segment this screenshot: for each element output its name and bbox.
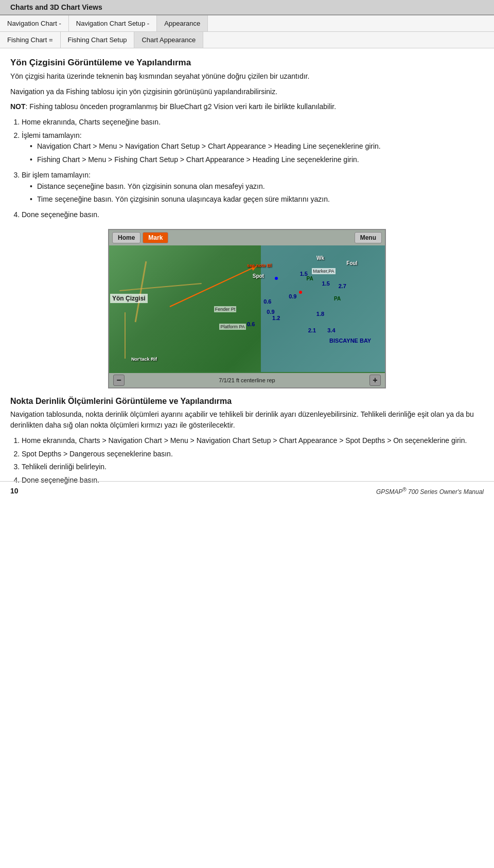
path-bars: Navigation Chart - Navigation Chart Setu… — [0, 15, 494, 48]
path-bar-row2: Fishing Chart = Fishing Chart Setup Char… — [0, 32, 494, 48]
platform-label: Platform PA — [219, 324, 245, 330]
yon-cizgisi-label: Yön Çizgisi — [110, 294, 148, 303]
biscayne-bay-label: BISCAYNE BAY — [329, 338, 371, 344]
heading-line-arrow — [169, 267, 254, 307]
depth-0.6-1: 0.6 — [263, 298, 271, 305]
page-footer: 10 GPSMAP® 700 Series Owner's Manual — [0, 481, 494, 501]
step2-bullets: Navigation Chart > Menu > Navigation Cha… — [30, 141, 484, 165]
section2-heading: Nokta Derinlik Ölçümlerini Görüntüleme v… — [10, 397, 484, 406]
map-road-3 — [125, 312, 126, 359]
marker-dot-2 — [275, 277, 278, 280]
content-area: Yön Çizgisini Görüntüleme ve Yapılandırm… — [0, 48, 494, 501]
depth-3.4: 3.4 — [327, 327, 335, 333]
s2-step3: Tehlikeli derinliği belirleyin. — [22, 462, 484, 473]
map-zoom-plus[interactable]: + — [369, 375, 381, 386]
section1-para2: Navigation ya da Fishing tablosu için yö… — [10, 86, 484, 98]
step1-text: Home ekranında, Charts seçeneğine basın. — [22, 118, 161, 126]
header-title: Charts and 3D Chart Views — [10, 3, 102, 11]
step1-item: Home ekranında, Charts seçeneğine basın. — [22, 117, 484, 128]
s2-step1: Home ekranında, Charts > Navigation Char… — [22, 435, 484, 447]
step2-intro: İşlemi tamamlayın: — [22, 131, 82, 139]
depth-2.7: 2.7 — [339, 283, 346, 289]
bullet2: Fishing Chart > Menu > Fishing Chart Set… — [30, 154, 484, 166]
path-fishing-chart: Fishing Chart = — [0, 32, 61, 48]
depth-1.5-2: 1.5 — [322, 280, 330, 287]
s2-step2: Spot Depths > Dangerous seçeneklerine ba… — [22, 449, 484, 460]
wk-label: Wk — [316, 255, 324, 261]
path-appearance-label: Appearance — [157, 15, 208, 31]
section1-para1: Yön çizgisi harita üzerinde teknenin baş… — [10, 71, 484, 82]
footer-product-info: GPSMAP® 700 Series Owner's Manual — [376, 487, 484, 495]
section1-para3-rest: : Fishing tablosu önceden programlanmış … — [26, 102, 337, 111]
depth-0.6-2: 0.6 — [247, 321, 255, 327]
map-home-btn[interactable]: Home — [112, 232, 140, 243]
section2-para1: Navigation tablosunda, nokta derinlik öl… — [10, 409, 484, 431]
bullet3: Distance seçeneğine basın. Yön çizgisini… — [30, 181, 484, 192]
fender-pt-label: Fender Pt — [214, 306, 237, 312]
depth-0.9-2: 0.9 — [267, 309, 274, 315]
see-note-label: see note Bl — [247, 263, 272, 268]
page-container: Charts and 3D Chart Views Navigation Cha… — [0, 0, 494, 501]
path-nav-chart-setup: Navigation Chart Setup - — [69, 15, 157, 31]
path-bar-row1: Navigation Chart - Navigation Chart Setu… — [0, 15, 494, 32]
bullet1: Navigation Chart > Menu > Navigation Cha… — [30, 141, 484, 152]
depth-1.8: 1.8 — [316, 311, 324, 317]
not-bold: NOT — [10, 102, 26, 111]
section1-heading: Yön Çizgisini Görüntüleme ve Yapılandırm… — [10, 58, 484, 68]
map-water — [261, 245, 385, 372]
map-mark-btn[interactable]: Mark — [143, 232, 168, 243]
header-bar: Charts and 3D Chart Views — [0, 0, 494, 15]
path-fishing-chart-setup: Fishing Chart Setup — [61, 32, 135, 48]
step3-intro: Bir işlem tamamlayın: — [22, 171, 91, 179]
steps-list-1: Home ekranında, Charts seçeneğine basın.… — [22, 117, 484, 221]
depth-pa-2: PA — [334, 296, 341, 302]
section1-para3: NOT: Fishing tablosu önceden programlanm… — [10, 101, 484, 113]
path-nav-chart: Navigation Chart - — [0, 15, 69, 31]
map-scale-label: 7/1/21 ft centerline rep — [219, 377, 275, 383]
nortack-label: Nor'tack Rif — [131, 357, 157, 362]
map-zoom-minus[interactable]: − — [113, 375, 125, 386]
map-bottom-bar: − 7/1/21 ft centerline rep + — [109, 373, 385, 387]
step4-item: Done seçeneğine basın. — [22, 209, 484, 221]
footer-page-number: 10 — [10, 487, 19, 495]
depth-0.9-1: 0.9 — [289, 293, 296, 299]
map-road-1 — [135, 261, 147, 322]
step2-item: İşlemi tamamlayın: Navigation Chart > Me… — [22, 130, 484, 166]
depth-1.2: 1.2 — [272, 315, 280, 321]
map-top-bar: Home Mark Menu — [109, 230, 385, 245]
foul-label: Foul — [346, 260, 357, 266]
step3-bullets: Distance seçeneğine basın. Yön çizgisini… — [30, 181, 484, 205]
footer-product-series: 700 Series Owner's Manual — [408, 488, 484, 495]
marker-pa-label: Marker,PA — [312, 268, 335, 274]
step3-item: Bir işlem tamamlayın: Distance seçeneğin… — [22, 170, 484, 205]
map-terrain: Yön Çizgisi Fender Pt BISCAYNE BAY Platf… — [109, 245, 385, 372]
path-chart-appearance: Chart Appearance — [134, 32, 203, 48]
bullet4: Time seçeneğine basın. Yön çizgisinin so… — [30, 194, 484, 205]
depth-pa: PA — [306, 276, 313, 281]
depth-2.1: 2.1 — [308, 327, 316, 333]
map-menu-btn[interactable]: Menu — [355, 232, 382, 243]
spot-label: Spot — [253, 273, 264, 279]
trademark-symbol: ® — [402, 487, 406, 492]
steps-list-2: Home ekranında, Charts > Navigation Char… — [22, 435, 484, 486]
footer-product-name: GPSMAP — [376, 488, 402, 495]
map-image: Home Mark Menu Yön Çizgisi Fender Pt — [108, 229, 386, 388]
map-road-2 — [119, 283, 202, 291]
